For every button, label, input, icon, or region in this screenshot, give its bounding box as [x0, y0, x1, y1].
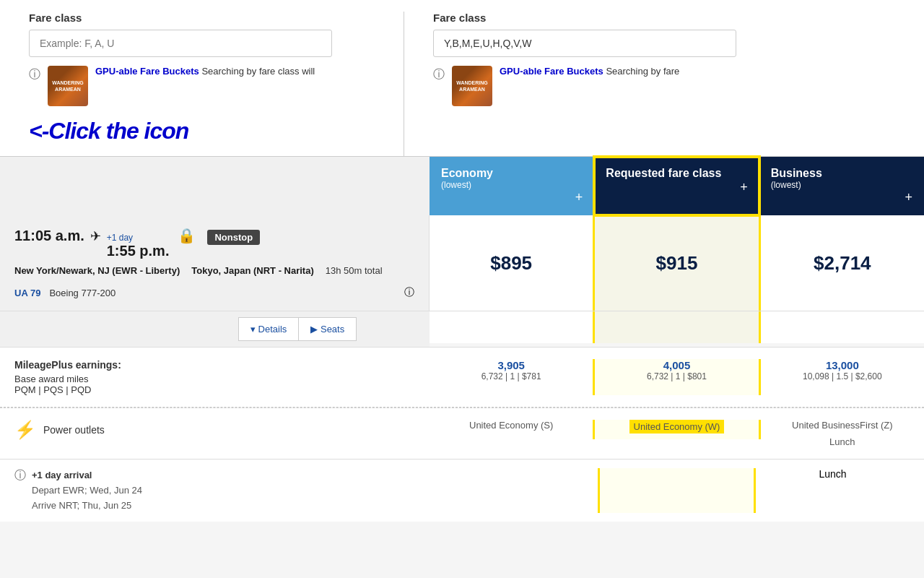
lock-icon: 🔒	[178, 227, 196, 244]
thumbnail-right: WANDERINGARAMEAN	[452, 66, 492, 106]
fare-panel-left: Fare class ⓘ WANDERINGARAMEAN GPU-able F…	[0, 12, 404, 156]
gpu-desc-left: Searching by fare class will	[201, 66, 315, 77]
flight-info-section: 11:05 a.m. ✈ +1 day 1:55 p.m. 🔒 Nonstop …	[0, 215, 430, 311]
plus-day: +1 day	[107, 233, 133, 243]
cabin-requested-col: United Economy (W)	[593, 420, 760, 439]
requested-action-cell	[593, 311, 760, 343]
mileage-requested-details: 6,732 | 1 | $801	[602, 371, 751, 381]
economy-header[interactable]: Economy (lowest) +	[430, 157, 594, 215]
actions-row: ▾ Details ▶ Seats	[0, 311, 924, 348]
mileage-economy-col: 3,905 6,732 | 1 | $781	[430, 359, 593, 395]
fare-class-label-right: Fare class	[433, 12, 794, 24]
requested-header[interactable]: Requested fare class +	[594, 157, 759, 215]
requested-price: $915	[656, 252, 698, 275]
business-meal-label: Lunch	[819, 468, 846, 480]
flight-duration: 13h 50m total	[326, 265, 383, 279]
flight-meta: UA 79 Boeing 777-200 ⓘ	[14, 286, 414, 299]
flight-info-icon[interactable]: ⓘ	[404, 286, 414, 299]
actions-prices	[430, 311, 924, 347]
business-action-cell	[761, 311, 924, 343]
meal-business: Lunch	[768, 436, 917, 447]
mileage-main-label: MileagePlus earnings:	[14, 359, 415, 371]
click-instruction: <-Click the icon	[29, 118, 389, 144]
mileage-business-col: 13,000 10,098 | 1.5 | $2,600	[761, 359, 924, 395]
economy-subtitle: (lowest)	[441, 180, 583, 190]
bottom-meals-row: Lunch	[444, 468, 910, 513]
business-plus[interactable]: +	[771, 190, 912, 205]
mileage-requested-miles: 4,005	[602, 359, 751, 371]
cabin-business-col: United BusinessFirst (Z) Lunch	[761, 420, 924, 447]
bottom-business-meal: Lunch	[756, 468, 910, 513]
info-bottom: ⓘ +1 day arrival Depart EWR; Wed, Jun 24…	[0, 460, 924, 522]
flight-number[interactable]: UA 79	[14, 288, 40, 298]
fare-panel-right: Fare class ⓘ WANDERINGARAMEAN GPU-able F…	[404, 12, 808, 156]
origin-airport: New York/Newark, NJ (EWR - Liberty)	[14, 265, 180, 276]
business-header[interactable]: Business (lowest) +	[759, 157, 924, 215]
gpu-label-right: GPU-able Fare Buckets	[500, 66, 603, 77]
actions-left: ▾ Details ▶ Seats	[0, 311, 430, 347]
arrival-info-icon: ⓘ	[14, 468, 26, 483]
power-section: ⚡ Power outlets United Economy (S) Unite…	[0, 408, 924, 460]
prices-row: $895 $915 $2,714	[430, 215, 924, 311]
arrival-line1: +1 day arrival	[32, 470, 92, 480]
economy-action-cell	[430, 311, 593, 343]
arrival-line2: Depart EWR; Wed, Jun 24	[32, 485, 142, 496]
seats-button[interactable]: ▶ Seats	[298, 317, 357, 341]
info-row-right: ⓘ WANDERINGARAMEAN GPU-able Fare Buckets…	[433, 66, 794, 106]
power-icon: ⚡	[14, 420, 36, 440]
plane-icon: ✈	[90, 228, 101, 244]
flight-times: 11:05 a.m. ✈ +1 day 1:55 p.m. 🔒 Nonstop	[14, 227, 414, 259]
details-button[interactable]: ▾ Details	[238, 317, 298, 341]
info-icon-left[interactable]: ⓘ	[29, 67, 40, 82]
column-headers: Economy (lowest) + Requested fare class …	[0, 157, 924, 215]
cabin-business-class: United BusinessFirst (Z)	[768, 420, 917, 431]
mileage-business-miles: 13,000	[768, 359, 917, 371]
business-price-cell[interactable]: $2,714	[761, 215, 924, 311]
gpu-info-left: GPU-able Fare Buckets Searching by fare …	[95, 66, 315, 77]
fare-class-input-left[interactable]	[29, 30, 332, 57]
thumbnail-text-right: WANDERINGARAMEAN	[456, 79, 488, 92]
requested-title: Requested fare class	[606, 167, 747, 180]
arrival-time: 1:55 p.m.	[107, 243, 170, 259]
economy-title: Economy	[441, 167, 583, 180]
arrival-info: ⓘ +1 day arrival Depart EWR; Wed, Jun 24…	[14, 468, 444, 513]
info-icon-right[interactable]: ⓘ	[433, 67, 445, 82]
arrival-text: +1 day arrival Depart EWR; Wed, Jun 24 A…	[32, 468, 142, 513]
destination-airport: Tokyo, Japan (NRT - Narita)	[191, 265, 314, 276]
info-bottom-left: ⓘ +1 day arrival Depart EWR; Wed, Jun 24…	[14, 468, 444, 513]
economy-price: $895	[490, 252, 532, 275]
power-left: ⚡ Power outlets	[0, 420, 430, 440]
cabin-economy-class: United Economy (S)	[437, 420, 585, 431]
aircraft: Boeing 777-200	[49, 288, 116, 298]
business-subtitle: (lowest)	[771, 180, 912, 190]
gpu-info-right: GPU-able Fare Buckets Searching by fare	[500, 66, 679, 77]
economy-price-cell[interactable]: $895	[430, 215, 593, 311]
mileage-label-section: MileagePlus earnings: Base award miles P…	[0, 359, 430, 395]
arrival-line3: Arrive NRT; Thu, Jun 25	[32, 500, 131, 511]
power-label: Power outlets	[43, 424, 105, 436]
gpu-desc-right: Searching by fare	[606, 66, 679, 77]
header-spacer	[0, 157, 430, 215]
bottom-requested-meal	[598, 468, 756, 513]
thumbnail-left: WANDERINGARAMEAN	[48, 66, 88, 106]
requested-price-cell[interactable]: $915	[593, 215, 760, 311]
requested-plus[interactable]: +	[606, 180, 747, 195]
cabin-requested-class: United Economy (W)	[629, 420, 725, 434]
thumbnail-text-left: WANDERINGARAMEAN	[52, 79, 84, 92]
departure-time: 11:05 a.m.	[14, 228, 84, 244]
mileage-economy-details: 6,732 | 1 | $781	[437, 371, 585, 381]
fare-class-input-right[interactable]	[433, 30, 736, 57]
gpu-label-left: GPU-able Fare Buckets	[95, 66, 199, 77]
mileage-section: MileagePlus earnings: Base award miles P…	[0, 348, 924, 407]
bottom-economy-meal	[444, 468, 598, 513]
mileage-business-details: 10,098 | 1.5 | $2,600	[768, 371, 917, 381]
flight-price-row: 11:05 a.m. ✈ +1 day 1:55 p.m. 🔒 Nonstop …	[0, 215, 924, 311]
mileage-requested-col: 4,005 6,732 | 1 | $801	[593, 359, 760, 395]
top-panel: Fare class ⓘ WANDERINGARAMEAN GPU-able F…	[0, 0, 924, 157]
mileage-sub-label: Base award miles PQM | PQS | PQD	[14, 374, 415, 395]
business-title: Business	[771, 167, 912, 180]
business-price: $2,714	[814, 252, 871, 275]
info-row-left: ⓘ WANDERINGARAMEAN GPU-able Fare Buckets…	[29, 66, 389, 106]
economy-plus[interactable]: +	[441, 190, 583, 205]
fare-class-label-left: Fare class	[29, 12, 389, 24]
